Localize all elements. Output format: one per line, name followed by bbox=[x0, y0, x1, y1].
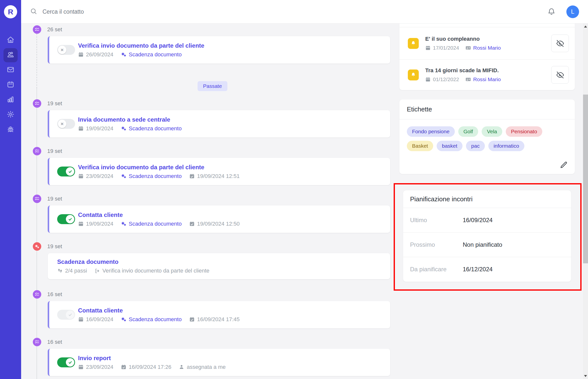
contact-search bbox=[30, 8, 197, 16]
task-toggle-disabled[interactable] bbox=[57, 310, 75, 320]
planning-row-label: Ultimo bbox=[410, 217, 463, 224]
bug-icon bbox=[7, 125, 14, 134]
footprints-icon bbox=[57, 268, 63, 274]
calendar-icon bbox=[78, 316, 84, 322]
sidebar-item-stats[interactable] bbox=[3, 93, 18, 107]
task-toggle[interactable] bbox=[57, 167, 75, 176]
timeline-date-label: 19 set bbox=[47, 100, 62, 107]
mail-icon bbox=[7, 66, 14, 74]
task-toggle[interactable] bbox=[57, 357, 75, 367]
tag[interactable]: Vela bbox=[482, 126, 502, 137]
timeline-entry: 16 set Invio report 23/09/2024 16/09/202… bbox=[21, 338, 396, 376]
workflow-link[interactable]: Scadenza documento bbox=[121, 221, 182, 227]
due-date: 23/09/2024 bbox=[78, 173, 113, 179]
gear-icon bbox=[7, 110, 14, 119]
tag[interactable]: informatico bbox=[488, 141, 524, 151]
timeline-entry: 19 set × Invia documento a sede centrale… bbox=[21, 99, 396, 138]
toggle-check-knob bbox=[66, 167, 74, 176]
logo-letter: R bbox=[8, 8, 13, 16]
workflow-gears-icon bbox=[121, 221, 126, 227]
task-title-link[interactable]: Verifica invio documento da parte del cl… bbox=[78, 164, 204, 171]
calendar-icon bbox=[78, 52, 84, 57]
avatar-initial: L bbox=[571, 8, 574, 15]
tag[interactable]: Basket bbox=[407, 141, 433, 151]
workflow-title-link[interactable]: Scadenza documento bbox=[57, 258, 119, 265]
workflow-gears-icon bbox=[121, 126, 126, 131]
contact-card-icon bbox=[465, 77, 471, 82]
contact-link[interactable]: Rossi Mario bbox=[465, 45, 501, 51]
search-input[interactable] bbox=[42, 8, 197, 15]
calendar-check-icon bbox=[121, 364, 126, 370]
checklist-icon bbox=[33, 290, 41, 299]
task-card: Contatta cliente 16/09/2024 Scadenza doc… bbox=[48, 301, 390, 328]
task-toggle[interactable]: × bbox=[57, 119, 75, 129]
task-title-link[interactable]: Contatta cliente bbox=[78, 307, 123, 314]
sidebar-item-settings[interactable] bbox=[3, 108, 18, 122]
task-toggle[interactable] bbox=[57, 214, 75, 224]
tag[interactable]: Pensionato bbox=[506, 126, 542, 137]
reminder-date: 01/12/2022 bbox=[425, 76, 459, 82]
reminder-bell-icon bbox=[408, 69, 419, 80]
planning-row-value: Non pianificato bbox=[463, 241, 502, 248]
sidebar-item-debug[interactable] bbox=[3, 123, 18, 137]
exit-arrow-icon bbox=[94, 268, 100, 274]
task-title-link[interactable]: Invia documento a sede centrale bbox=[78, 116, 170, 123]
tag[interactable]: pac bbox=[466, 141, 485, 151]
task-toggle[interactable]: × bbox=[57, 45, 75, 55]
workflow-source-task: Verifica invio documento da parte del cl… bbox=[94, 268, 209, 274]
workflow-link[interactable]: Scadenza documento bbox=[121, 173, 182, 179]
timeline-date-label: 16 set bbox=[47, 339, 62, 345]
scroll-down-arrow[interactable] bbox=[583, 374, 588, 379]
edit-labels-button[interactable] bbox=[560, 161, 568, 169]
calendar-icon bbox=[425, 45, 431, 51]
workflow-event-card: Scadenza documento 2/4 passi Verifica in… bbox=[48, 253, 390, 279]
user-avatar[interactable]: L bbox=[566, 5, 579, 18]
tag-list: Fondo pensione Golf Vela Pensionato Bask… bbox=[399, 119, 558, 151]
completed-at: 19/09/2024 12:50 bbox=[189, 221, 240, 227]
person-icon bbox=[179, 364, 184, 370]
passate-divider-chip: Passate bbox=[198, 81, 227, 91]
task-title-link[interactable]: Verifica invio documento da parte del cl… bbox=[78, 42, 204, 49]
sidebar-item-mail[interactable] bbox=[3, 63, 18, 77]
task-card: × Verifica invio documento da parte del … bbox=[48, 36, 390, 64]
calendar-icon bbox=[7, 81, 14, 89]
checklist-icon bbox=[33, 99, 41, 108]
sidebar-item-home[interactable] bbox=[3, 33, 18, 47]
workflow-link[interactable]: Scadenza documento bbox=[121, 316, 182, 323]
reminder-row: E' il suo compleanno 17/01/2024 Rossi Ma… bbox=[399, 27, 575, 59]
search-icon bbox=[30, 8, 37, 16]
tag[interactable]: Fondo pensione bbox=[407, 126, 455, 137]
task-title-link[interactable]: Contatta cliente bbox=[78, 211, 123, 218]
labels-card-title: Etichette bbox=[399, 100, 575, 119]
calendar-icon bbox=[78, 364, 84, 370]
reminder-title: Tra 14 giorni scade la MIFID. bbox=[425, 67, 501, 74]
reminder-date: 17/01/2024 bbox=[425, 45, 459, 51]
tag[interactable]: basket bbox=[437, 141, 462, 151]
sidebar-nav bbox=[0, 33, 21, 138]
timeline-entry: 19 set Verifica invio documento da parte… bbox=[21, 147, 396, 185]
calendar-check-icon bbox=[189, 221, 195, 227]
sidebar-item-calendar[interactable] bbox=[3, 78, 18, 92]
workflow-gears-icon bbox=[121, 173, 126, 179]
scroll-up-arrow[interactable] bbox=[583, 24, 588, 29]
notifications-bell-icon[interactable] bbox=[547, 8, 555, 16]
sidebar-item-contacts[interactable] bbox=[3, 48, 18, 62]
workflow-link[interactable]: Scadenza documento bbox=[121, 51, 182, 58]
calendar-check-icon bbox=[189, 316, 195, 322]
workflow-link[interactable]: Scadenza documento bbox=[121, 125, 182, 132]
reminders-card: E' il suo compleanno 17/01/2024 Rossi Ma… bbox=[399, 24, 575, 90]
hide-reminder-button[interactable] bbox=[551, 34, 569, 52]
labels-card: Etichette Fondo pensione Golf Vela Pensi… bbox=[399, 100, 575, 174]
task-card: Contatta cliente 19/09/2024 Scadenza doc… bbox=[48, 206, 390, 233]
planning-row-value: 16/12/2024 bbox=[463, 266, 493, 273]
contact-link[interactable]: Rossi Mario bbox=[465, 76, 501, 82]
toggle-check-knob bbox=[66, 215, 74, 223]
tag[interactable]: Golf bbox=[458, 126, 478, 137]
planning-row-label: Prossimo bbox=[410, 241, 463, 248]
task-title-link[interactable]: Invio report bbox=[78, 355, 111, 362]
topbar-right: L bbox=[547, 5, 579, 18]
completed-at: 19/09/2024 12:51 bbox=[189, 173, 240, 179]
scrollbar-thumb[interactable] bbox=[583, 95, 588, 263]
task-card: Verifica invio documento da parte del cl… bbox=[48, 158, 390, 185]
hide-reminder-button[interactable] bbox=[551, 66, 569, 84]
